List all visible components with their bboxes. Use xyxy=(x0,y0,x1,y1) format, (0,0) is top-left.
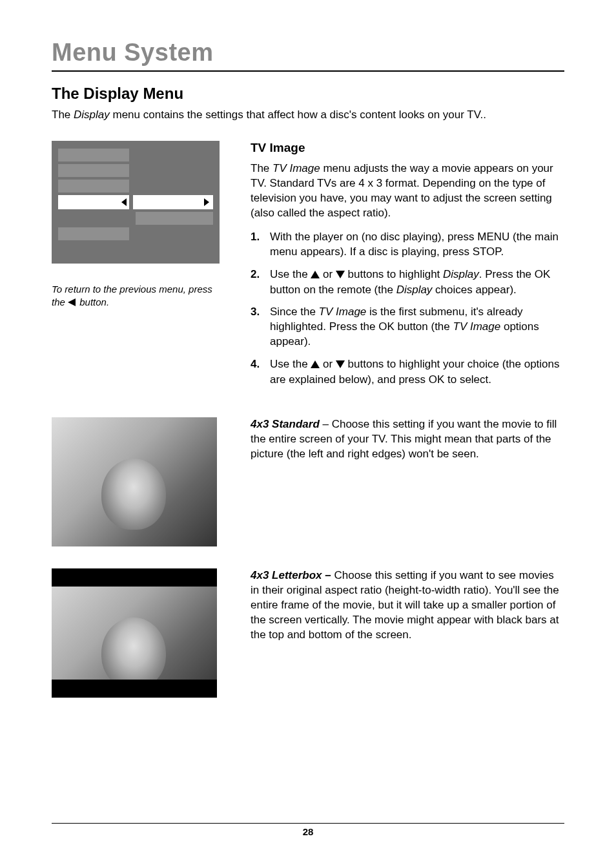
intro-text-em: Display xyxy=(74,109,110,121)
svg-marker-1 xyxy=(311,271,320,278)
divider-top xyxy=(52,70,564,72)
text-fragment: or xyxy=(320,358,336,370)
svg-marker-4 xyxy=(336,360,345,368)
row-4x3-letterbox: 4x3 Letterbox – Choose this setting if y… xyxy=(52,568,564,698)
left-col-2 xyxy=(52,417,220,546)
text-fragment: choices appear). xyxy=(432,284,516,296)
steps-list: 1. With the player on (no disc playing),… xyxy=(251,230,564,388)
standard-label: 4x3 Standard xyxy=(251,418,320,430)
text-fragment: TV Image xyxy=(319,306,367,318)
menu-row xyxy=(58,227,129,240)
step-text: Since the TV Image is the first submenu,… xyxy=(270,305,564,349)
photo-4x3-letterbox xyxy=(52,568,217,698)
page-number: 28 xyxy=(52,826,564,837)
left-col-1: To return to the previous menu, press th… xyxy=(52,141,220,395)
text-fragment: TV Image xyxy=(453,320,501,333)
text-fragment: buttons to highlight xyxy=(345,268,443,280)
intro-text-pre: The xyxy=(52,109,74,121)
menu-screenshot xyxy=(52,141,220,264)
chapter-title: Menu System xyxy=(52,39,564,67)
menu-row xyxy=(58,149,129,161)
text-fragment: Display xyxy=(443,268,479,280)
svg-marker-0 xyxy=(68,298,76,306)
arrow-left-icon xyxy=(68,296,77,309)
arrow-up-icon xyxy=(311,358,320,373)
step-2: 2. Use the or buttons to highlight Displ… xyxy=(251,267,564,298)
photo-subject xyxy=(101,618,166,689)
standard-paragraph: 4x3 Standard – Choose this setting if yo… xyxy=(251,417,564,462)
svg-marker-2 xyxy=(336,271,345,278)
row-4x3-standard: 4x3 Standard – Choose this setting if yo… xyxy=(52,417,564,546)
arrow-up-icon xyxy=(311,268,320,283)
right-col-2: 4x3 Standard – Choose this setting if yo… xyxy=(251,417,564,546)
text-fragment: Use the xyxy=(270,268,311,280)
tv-image-pre: The xyxy=(251,162,272,174)
menu-row-selected xyxy=(58,195,213,209)
divider-bottom xyxy=(52,823,564,824)
menu-row xyxy=(58,164,129,177)
intro-paragraph: The Display menu contains the settings t… xyxy=(52,108,564,123)
menu-sub-row xyxy=(136,212,213,225)
photo-subject xyxy=(101,459,166,530)
step-4: 4. Use the or buttons to highlight your … xyxy=(251,357,564,388)
section-title: The Display Menu xyxy=(52,85,564,103)
step-text: Use the or buttons to highlight your cho… xyxy=(270,357,564,388)
letterbox-paragraph: 4x3 Letterbox – Choose this setting if y… xyxy=(251,568,564,643)
photo-4x3-standard xyxy=(52,417,217,546)
page-footer: 28 xyxy=(52,823,564,837)
caption-post: button. xyxy=(77,296,109,307)
triangle-right-icon xyxy=(204,198,209,206)
step-num: 2. xyxy=(251,267,263,298)
caption-return: To return to the previous menu, press th… xyxy=(52,283,220,310)
tv-image-em: TV Image xyxy=(272,162,320,174)
left-col-3 xyxy=(52,568,220,698)
arrow-down-icon xyxy=(336,268,345,283)
intro-text-post: menu contains the settings that affect h… xyxy=(110,109,486,121)
text-fragment: Since the xyxy=(270,306,319,318)
step-num: 1. xyxy=(251,230,263,260)
svg-marker-3 xyxy=(311,360,320,368)
letterbox-label: 4x3 Letterbox – xyxy=(251,569,331,581)
menu-selected-right xyxy=(133,195,213,209)
step-text: With the player on (no disc playing), pr… xyxy=(270,230,564,260)
text-fragment: or xyxy=(320,268,336,280)
menu-row xyxy=(58,180,129,192)
tv-image-intro: The TV Image menu adjusts the way a movi… xyxy=(251,161,564,221)
right-col-3: 4x3 Letterbox – Choose this setting if y… xyxy=(251,568,564,698)
arrow-down-icon xyxy=(336,358,345,373)
page: Menu System The Display Menu The Display… xyxy=(0,0,616,863)
menu-selected-left xyxy=(58,195,129,209)
tv-image-title: TV Image xyxy=(251,141,564,155)
step-num: 4. xyxy=(251,357,263,388)
step-1: 1. With the player on (no disc playing),… xyxy=(251,230,564,260)
text-fragment: Display xyxy=(396,284,433,296)
row-tv-image: To return to the previous menu, press th… xyxy=(52,141,564,395)
step-3: 3. Since the TV Image is the first subme… xyxy=(251,305,564,349)
step-text: Use the or buttons to highlight Display.… xyxy=(270,267,564,298)
text-fragment: Use the xyxy=(270,358,311,370)
step-num: 3. xyxy=(251,305,263,349)
triangle-left-icon xyxy=(121,198,127,206)
right-col-1: TV Image The TV Image menu adjusts the w… xyxy=(251,141,564,395)
